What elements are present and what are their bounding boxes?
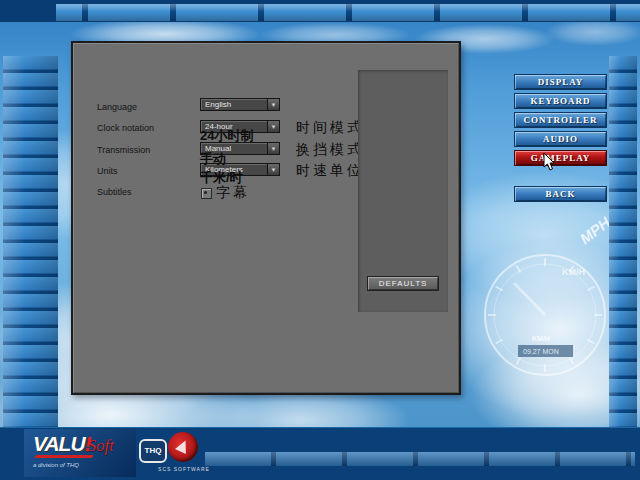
- transmission-cn-annotation: 换挡模式: [296, 141, 364, 159]
- transmission-label: Transmission: [97, 145, 150, 155]
- gameplay-options-dialog: Language Clock notation Transmission Uni…: [71, 41, 461, 395]
- valusoft-tagline: a division of THQ: [33, 462, 114, 468]
- side-list-panel: DEFAULTS: [358, 70, 448, 312]
- gameplay-button[interactable]: GAMEPLAY: [514, 150, 607, 166]
- scs-logo-triangle: [175, 438, 191, 454]
- valusoft-logo: VALU!Soft a division of THQ: [33, 432, 114, 468]
- scs-software-logo: [168, 432, 198, 462]
- subtitles-label: Subtitles: [97, 187, 132, 197]
- transmission-cn-overlay: 手动: [200, 150, 226, 168]
- right-segment-column: [609, 56, 637, 429]
- game-options-screen: MPH KM/H KM/H 09.27 MON Language Clock n…: [0, 0, 640, 480]
- chevron-down-icon: ▼: [267, 121, 279, 132]
- cloud: [545, 18, 640, 46]
- checkbox-dot: [204, 191, 207, 194]
- language-value: English: [201, 99, 267, 110]
- valusoft-valu-text: VALU: [33, 432, 85, 455]
- gauge-date-text: 09.27 MON: [523, 348, 559, 355]
- valusoft-soft-text: Soft: [88, 436, 114, 455]
- kmh-inner-text: KM/H: [532, 335, 550, 342]
- clock-notation-cn-overlay: 24小时制: [200, 127, 253, 145]
- thq-logo: THQ: [139, 439, 167, 463]
- clock-notation-label: Clock notation: [97, 123, 154, 133]
- kmh-outer-text: KM/H: [562, 267, 585, 277]
- keyboard-button[interactable]: KEYBOARD: [514, 93, 607, 109]
- scs-software-label: SCS SOFTWARE: [157, 466, 211, 472]
- chevron-down-icon: ▼: [267, 143, 279, 154]
- subtitles-cn-annotation: 字幕: [216, 184, 250, 202]
- footer-bar: VALU!Soft a division of THQ THQ SCS SOFT…: [0, 427, 640, 480]
- valusoft-swoosh: [34, 455, 94, 458]
- chevron-down-icon: ▼: [267, 164, 279, 175]
- units-label: Units: [97, 166, 118, 176]
- audio-button[interactable]: AUDIO: [514, 131, 607, 147]
- clock-notation-cn-annotation: 时间模式: [296, 119, 364, 137]
- defaults-button[interactable]: DEFAULTS: [367, 276, 439, 291]
- controller-button[interactable]: CONTROLLER: [514, 112, 607, 128]
- language-label: Language: [97, 102, 137, 112]
- language-dropdown[interactable]: English ▼: [200, 98, 280, 111]
- chevron-down-icon: ▼: [267, 99, 279, 110]
- units-cn-annotation: 时速单位: [296, 162, 364, 180]
- left-segment-column: [3, 56, 58, 429]
- top-corner-block: [0, 4, 56, 21]
- mouse-cursor: [543, 152, 557, 172]
- display-button[interactable]: DISPLAY: [514, 74, 607, 90]
- back-button[interactable]: BACK: [514, 186, 607, 202]
- top-segment-bar: [0, 4, 640, 22]
- subtitles-checkbox[interactable]: [201, 188, 212, 199]
